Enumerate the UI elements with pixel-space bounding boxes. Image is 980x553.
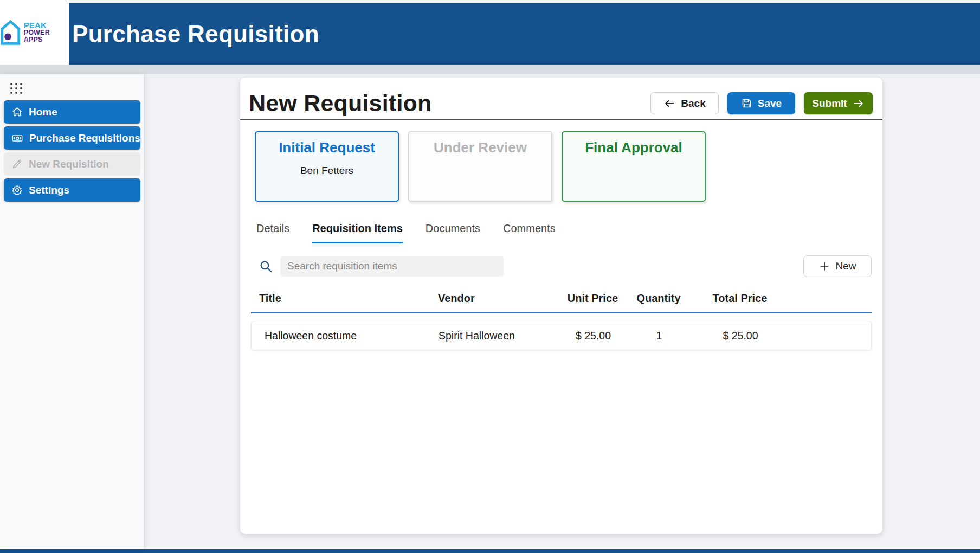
search-input[interactable] [280, 256, 504, 276]
sidebar-item-new-requisition[interactable]: New Requisition [4, 152, 140, 176]
new-item-button[interactable]: New [803, 255, 872, 277]
sidebar-item-label: Settings [29, 184, 69, 196]
column-header-total-price: Total Price [688, 292, 791, 305]
item-vendor-cell: Spirit Halloween [439, 330, 557, 342]
logo-line2: POWER APPS [24, 29, 69, 43]
item-total-price-cell: $ 25.00 [689, 330, 792, 342]
tab-requisition-items[interactable]: Requisition Items [312, 222, 403, 243]
money-icon [11, 132, 23, 144]
column-header-quantity: Quantity [629, 292, 688, 305]
app-window: PEAK POWER APPS Purchase Requisition [0, 0, 980, 553]
home-icon [11, 106, 23, 118]
stage-final-approval[interactable]: Final Approval [562, 131, 706, 202]
logo-line1: PEAK [24, 21, 69, 30]
sidebar-item-purchase-requisitions[interactable]: Purchase Requisitions [4, 126, 140, 150]
sidebar-item-label: New Requisition [29, 158, 109, 170]
tab-comments[interactable]: Comments [503, 222, 556, 243]
peak-power-apps-logo: PEAK POWER APPS [0, 0, 69, 65]
sidebar-item-settings[interactable]: Settings [4, 178, 140, 202]
save-icon [741, 98, 752, 109]
sidebar-item-label: Home [29, 106, 57, 118]
item-quantity-cell: 1 [629, 330, 689, 342]
save-button-label: Save [758, 98, 782, 110]
header-actions: Back Save Submit [650, 92, 873, 114]
requisition-card: New Requisition Back [240, 78, 882, 534]
approval-stages: Initial Request Ben Fetters Under Review… [255, 131, 882, 202]
plus-icon [818, 260, 830, 272]
header-sub-strip [0, 65, 980, 74]
submit-button-label: Submit [812, 98, 847, 110]
search-icon [259, 260, 273, 273]
submit-arrow-icon [853, 98, 865, 110]
stage-title: Final Approval [563, 139, 705, 156]
table-row[interactable]: Halloween costume Spirit Halloween $ 25.… [251, 321, 872, 350]
items-toolbar: New [251, 255, 872, 277]
main-area: New Requisition Back [144, 74, 980, 549]
peak-logo-icon [0, 19, 21, 46]
submit-button[interactable]: Submit [804, 92, 873, 114]
gear-icon [11, 184, 23, 196]
tab-details[interactable]: Details [256, 222, 289, 243]
item-unit-price-cell: $ 25.00 [557, 330, 629, 342]
app-launcher-waffle-icon[interactable] [9, 81, 23, 95]
sidebar-nav: Home Purchase Requisitions New Requ [4, 100, 140, 202]
sidebar: Home Purchase Requisitions New Requ [0, 74, 144, 549]
sidebar-item-label: Purchase Requisitions [29, 132, 140, 144]
page-title: New Requisition [249, 90, 431, 117]
app-header: PEAK POWER APPS Purchase Requisition [0, 3, 980, 65]
window-bottom-edge [0, 549, 980, 553]
column-header-unit-price: Unit Price [557, 292, 629, 305]
stage-subtitle: Ben Fetters [256, 165, 398, 177]
back-button[interactable]: Back [650, 92, 719, 114]
stage-title: Under Review [409, 139, 551, 156]
stage-initial-request[interactable]: Initial Request Ben Fetters [255, 131, 399, 202]
content-row: Home Purchase Requisitions New Requ [0, 74, 980, 549]
sidebar-item-home[interactable]: Home [4, 100, 140, 124]
item-title-cell: Halloween costume [252, 330, 439, 342]
pencil-icon [11, 158, 23, 170]
stage-title: Initial Request [256, 139, 398, 156]
tab-documents[interactable]: Documents [425, 222, 480, 243]
save-button[interactable]: Save [727, 92, 795, 114]
stage-under-review[interactable]: Under Review [408, 131, 552, 202]
column-header-title: Title [251, 292, 438, 305]
back-arrow-icon [663, 98, 675, 110]
items-table-header: Title Vendor Unit Price Quantity Total P… [251, 292, 872, 313]
card-header: New Requisition Back [240, 78, 882, 120]
logo-text: PEAK POWER APPS [24, 21, 69, 44]
column-header-vendor: Vendor [438, 292, 557, 305]
app-title: Purchase Requisition [72, 21, 319, 48]
new-item-button-label: New [835, 260, 856, 272]
tab-bar: Details Requisition Items Documents Comm… [256, 222, 882, 243]
back-button-label: Back [681, 98, 705, 110]
